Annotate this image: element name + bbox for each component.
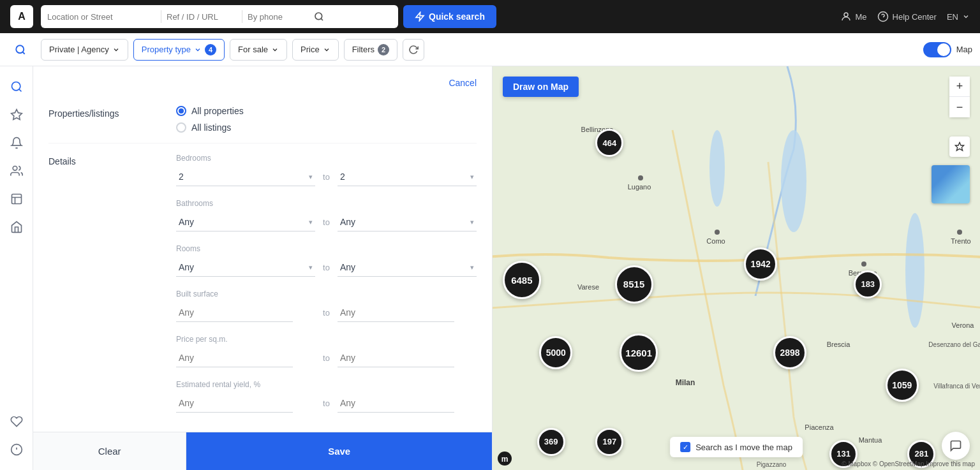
cluster-c6[interactable]: 5000 — [539, 336, 572, 369]
sidebar-item-analytics[interactable] — [4, 186, 29, 212]
cluster-c7[interactable]: 12601 — [620, 334, 658, 372]
price-sqm-to-wrap — [338, 349, 477, 367]
rooms-to-select[interactable]: Any — [338, 258, 477, 277]
radio-circle-properties — [176, 106, 186, 116]
refresh-button[interactable] — [403, 39, 424, 61]
rooms-to-label: to — [323, 263, 330, 272]
sidebar-item-search[interactable] — [4, 74, 29, 99]
sidebar-item-info[interactable] — [4, 437, 29, 462]
rooms-label: Rooms — [176, 244, 477, 253]
radio-all-properties[interactable]: All properties — [176, 106, 477, 116]
location-input[interactable] — [47, 12, 156, 22]
radio-group: All properties All listings — [176, 106, 477, 133]
built-surface-from-wrap — [176, 304, 315, 322]
filter-search-icon[interactable] — [8, 37, 33, 62]
ref-input[interactable] — [167, 12, 237, 22]
sidebar — [0, 66, 33, 470]
filters-button[interactable]: Filters 2 — [344, 39, 397, 61]
sidebar-item-properties[interactable] — [4, 214, 29, 240]
phone-input[interactable] — [248, 12, 311, 22]
draw-on-map-button[interactable]: Draw on Map — [503, 77, 579, 97]
clear-button[interactable]: Clear — [33, 432, 186, 470]
rental-yield-to-input[interactable] — [338, 394, 454, 413]
price-sqm-from-wrap — [176, 349, 315, 367]
sidebar-item-favorites[interactable] — [4, 102, 29, 128]
rooms-from-select[interactable]: Any — [176, 258, 315, 277]
price-sqm-from-input[interactable] — [176, 349, 293, 367]
sidebar-item-contacts[interactable] — [4, 158, 29, 184]
zoom-out-button[interactable]: − — [949, 97, 970, 117]
rental-yield-label: Estimated rental yield, % — [176, 380, 477, 389]
search-as-move-bar: Search as I move the map — [670, 437, 803, 457]
bedrooms-to-wrap: 2 — [338, 168, 477, 186]
zoom-in-button[interactable]: + — [949, 77, 970, 97]
price-sqm-to-label: to — [323, 353, 330, 363]
built-surface-range: to — [176, 304, 477, 322]
search-submit-button[interactable] — [311, 9, 327, 24]
bathrooms-from-select[interactable]: Any — [176, 213, 315, 231]
me-menu[interactable]: Me — [840, 11, 867, 22]
bedrooms-label: Bedrooms — [176, 154, 477, 163]
rooms-range: Any to Any — [176, 258, 477, 277]
cluster-c2[interactable]: 6485 — [503, 261, 541, 299]
bathrooms-to-label: to — [323, 217, 330, 227]
main-content: Cancel Properties/listings All propertie… — [0, 66, 980, 470]
panel-footer: Clear Save — [33, 432, 492, 470]
search-divider2 — [242, 10, 242, 23]
mapbox-logo-svg: m — [498, 452, 542, 466]
price-sqm-to-input[interactable] — [338, 349, 454, 367]
radio-all-listings[interactable]: All listings — [176, 122, 477, 133]
cluster-c1[interactable]: 464 — [595, 129, 623, 157]
help-center-link[interactable]: Help Center — [877, 11, 937, 22]
svg-point-0 — [315, 13, 322, 20]
cluster-c3[interactable]: 8515 — [615, 265, 653, 304]
mapbox-logo: m — [498, 452, 542, 467]
filterbar: Private | Agency Property type 4 For sal… — [0, 33, 980, 66]
cluster-c4[interactable]: 1942 — [744, 247, 777, 281]
save-button[interactable]: Save — [186, 432, 492, 470]
bedrooms-from-select[interactable]: 2 — [176, 168, 315, 186]
built-surface-subsection: Built surface to — [176, 290, 477, 322]
bedrooms-to-select[interactable]: 2 — [338, 168, 477, 186]
language-selector[interactable]: EN — [947, 12, 970, 22]
built-surface-to-wrap — [338, 304, 477, 322]
rental-yield-range: to — [176, 394, 477, 413]
app-logo[interactable]: A — [10, 5, 33, 28]
map-toggle-switch[interactable] — [923, 42, 951, 57]
topbar-right: Me Help Center EN — [840, 11, 970, 22]
bathrooms-to-select[interactable]: Any — [338, 213, 477, 231]
bedrooms-subsection: Bedrooms 2 to 2 — [176, 154, 477, 186]
sidebar-item-notifications[interactable] — [4, 130, 29, 156]
cluster-c11[interactable]: 197 — [595, 428, 623, 456]
price-filter[interactable]: Price — [292, 39, 339, 61]
rooms-subsection: Rooms Any to Any — [176, 244, 477, 277]
search-move-checkbox[interactable] — [680, 442, 690, 452]
rental-yield-from-input[interactable] — [176, 394, 293, 413]
chat-button[interactable] — [942, 432, 970, 460]
cancel-button[interactable]: Cancel — [449, 78, 477, 88]
section-label-details: Details — [48, 154, 176, 425]
rooms-from-wrap: Any — [176, 258, 315, 277]
cluster-c5[interactable]: 183 — [854, 270, 882, 298]
compass-button[interactable] — [949, 136, 970, 157]
built-surface-from-input[interactable] — [176, 304, 293, 322]
svg-point-3 — [844, 13, 848, 17]
private-agency-filter[interactable]: Private | Agency — [41, 39, 128, 61]
cluster-c9[interactable]: 1059 — [886, 369, 919, 402]
svg-point-6 — [16, 45, 24, 53]
sidebar-item-support[interactable] — [4, 409, 29, 434]
built-surface-to-input[interactable] — [338, 304, 454, 322]
quick-search-button[interactable]: Quick search — [403, 5, 496, 28]
filter-panel: Cancel Properties/listings All propertie… — [33, 66, 493, 470]
cluster-c8[interactable]: 2898 — [773, 336, 806, 369]
for-sale-filter[interactable]: For sale — [230, 39, 287, 61]
price-sqm-subsection: Price per sq.m. to — [176, 335, 477, 367]
map-toggle[interactable]: Map — [923, 42, 972, 57]
bedrooms-range: 2 to 2 — [176, 168, 477, 186]
property-type-filter[interactable]: Property type 4 — [133, 39, 225, 61]
svg-line-1 — [321, 18, 323, 20]
svg-marker-2 — [416, 12, 424, 20]
built-surface-label: Built surface — [176, 290, 477, 298]
bathrooms-range: Any to Any — [176, 213, 477, 231]
map-thumbnail[interactable] — [932, 165, 970, 203]
